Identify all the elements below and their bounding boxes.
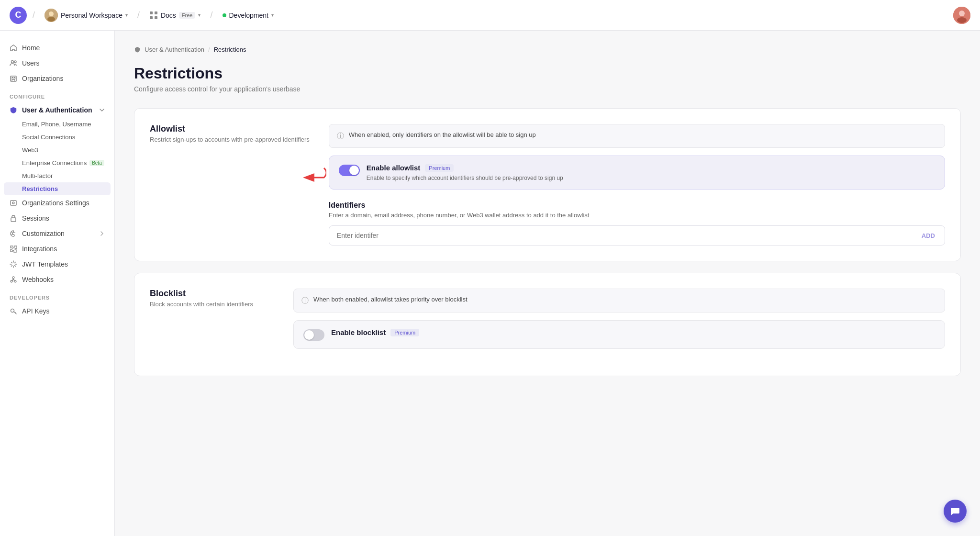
- sidebar-item-api-keys[interactable]: API Keys: [0, 303, 114, 319]
- allowlist-info-text: When enabled, only identifiers on the al…: [349, 131, 536, 138]
- breadcrumb-shield-icon: [134, 46, 141, 53]
- svg-rect-14: [11, 76, 16, 81]
- nav-separator-1: /: [33, 10, 35, 20]
- sidebar-label-api-keys: API Keys: [22, 307, 50, 315]
- sidebar-label-organizations: Organizations: [22, 75, 63, 82]
- svg-rect-7: [150, 16, 153, 19]
- sidebar: Home Users: [0, 31, 115, 536]
- lock-icon: [10, 214, 17, 222]
- shield-icon: [10, 106, 17, 114]
- workspace-selector[interactable]: Personal Workspace ▾: [41, 7, 132, 24]
- toggle-content: Enable allowlist Premium Enable to speci…: [367, 164, 935, 181]
- env-selector[interactable]: Development ▾: [219, 10, 278, 21]
- toggle-knob: [349, 166, 359, 175]
- blocklist-toggle[interactable]: [303, 329, 324, 341]
- env-caret: ▾: [271, 12, 274, 18]
- svg-rect-17: [11, 201, 16, 205]
- sidebar-label-webhooks: Webhooks: [22, 276, 54, 283]
- allowlist-title: Allowlist: [150, 124, 310, 134]
- svg-point-13: [14, 61, 16, 63]
- svg-point-3: [49, 11, 54, 16]
- palette-icon: [10, 230, 17, 237]
- blocklist-info-text: When both enabled, allowlist takes prior…: [313, 296, 468, 303]
- allowlist-toggle-row: Enable allowlist Premium Enable to speci…: [329, 156, 945, 190]
- workspace-caret: ▾: [125, 12, 128, 18]
- allowlist-toggle-label: Enable allowlist: [367, 164, 421, 172]
- page-subtitle: Configure access control for your applic…: [134, 85, 961, 93]
- sidebar-item-home[interactable]: Home: [0, 40, 114, 56]
- sidebar-label-home: Home: [22, 44, 40, 52]
- breadcrumb-parent[interactable]: User & Authentication: [145, 46, 204, 53]
- key-icon: [10, 307, 17, 315]
- sidebar-sub-social[interactable]: Social Connections: [0, 131, 114, 144]
- breadcrumb-current: Restrictions: [214, 46, 246, 53]
- svg-point-18: [12, 202, 14, 204]
- breadcrumb-separator: /: [208, 46, 210, 53]
- sidebar-sub-restrictions[interactable]: Restrictions: [4, 182, 111, 195]
- svg-point-10: [959, 11, 965, 16]
- sidebar-item-integrations[interactable]: Integrations: [0, 241, 114, 257]
- nav-separator-3: /: [210, 10, 212, 20]
- blocklist-toggle-content: Enable blocklist Premium: [331, 328, 935, 338]
- sidebar-item-sessions[interactable]: Sessions: [0, 211, 114, 226]
- user-avatar[interactable]: [953, 7, 970, 24]
- sidebar-user-auth-label: User & Authentication: [22, 106, 92, 114]
- blocklist-card: Blocklist Block accounts with certain id…: [134, 273, 961, 376]
- svg-point-4: [47, 17, 55, 22]
- org-settings-icon: [10, 199, 17, 207]
- chevron-right-icon: [99, 231, 105, 236]
- app-name: Docs: [161, 11, 176, 19]
- allowlist-toggle-container: Enable allowlist Premium Enable to speci…: [329, 156, 945, 190]
- allowlist-desc: Restrict sign-ups to accounts with pre-a…: [150, 136, 310, 143]
- app-grid-icon: [149, 11, 158, 20]
- allowlist-premium-badge: Premium: [425, 164, 454, 172]
- chat-icon: [950, 506, 960, 516]
- workspace-avatar: [45, 9, 58, 22]
- blocklist-title: Blocklist: [150, 289, 274, 299]
- enterprise-beta-badge: Beta: [89, 160, 104, 166]
- sidebar-label-org-settings: Organizations Settings: [22, 199, 89, 207]
- sparkle-icon: [10, 260, 17, 268]
- allowlist-toggle-desc: Enable to specify which account identifi…: [367, 175, 563, 181]
- sidebar-label-jwt: JWT Templates: [22, 260, 68, 268]
- sidebar-sub-email-phone[interactable]: Email, Phone, Username: [0, 118, 114, 131]
- allowlist-toggle[interactable]: [339, 165, 360, 176]
- users-icon: [10, 59, 17, 67]
- svg-point-21: [14, 232, 15, 233]
- sidebar-item-jwt[interactable]: JWT Templates: [0, 257, 114, 272]
- svg-rect-5: [150, 11, 153, 14]
- allowlist-info-box: ⓘ When enabled, only identifiers on the …: [329, 124, 945, 148]
- svg-rect-19: [11, 218, 16, 222]
- sidebar-item-org-settings[interactable]: Organizations Settings: [0, 195, 114, 211]
- blocklist-toggle-label-row: Enable blocklist Premium: [331, 328, 935, 336]
- sidebar-item-customization[interactable]: Customization: [0, 226, 114, 241]
- toggle-label-row: Enable allowlist Premium: [367, 164, 935, 172]
- chat-fab-button[interactable]: [944, 500, 967, 523]
- identifier-add-button[interactable]: ADD: [912, 226, 945, 245]
- sidebar-item-users[interactable]: Users: [0, 56, 114, 71]
- sidebar-sub-web3[interactable]: Web3: [0, 144, 114, 156]
- sidebar-item-webhooks[interactable]: Webhooks: [0, 272, 114, 287]
- sidebar-sub-enterprise[interactable]: Enterprise Connections Beta: [0, 156, 114, 169]
- sidebar-item-organizations[interactable]: Organizations: [0, 71, 114, 86]
- nav-separator-2: /: [137, 10, 140, 20]
- sidebar-sub-mfa[interactable]: Multi-factor: [0, 169, 114, 182]
- env-status-dot: [223, 13, 226, 17]
- sidebar-item-user-auth[interactable]: User & Authentication: [0, 102, 114, 118]
- svg-point-20: [11, 232, 12, 233]
- identifier-input-row: ADD: [329, 225, 945, 246]
- blocklist-info-box: ⓘ When both enabled, allowlist takes pri…: [293, 289, 945, 313]
- app-selector[interactable]: Docs Free ▾: [145, 9, 205, 22]
- sidebar-label-integrations: Integrations: [22, 245, 57, 253]
- app-plan-badge: Free: [179, 12, 196, 19]
- blocklist-toggle-label: Enable blocklist: [331, 328, 386, 336]
- sidebar-label-customization: Customization: [22, 230, 65, 237]
- logo[interactable]: C: [10, 7, 27, 24]
- allowlist-card: Allowlist Restrict sign-ups to accounts …: [134, 108, 961, 261]
- sidebar-developers-label: DEVELOPERS: [0, 287, 114, 303]
- identifiers-desc: Enter a domain, email address, phone num…: [329, 212, 945, 219]
- workspace-label: Personal Workspace: [61, 11, 122, 19]
- blocklist-desc: Block accounts with certain identifiers: [150, 301, 274, 308]
- identifier-input[interactable]: [329, 226, 912, 245]
- svg-point-12: [11, 61, 14, 63]
